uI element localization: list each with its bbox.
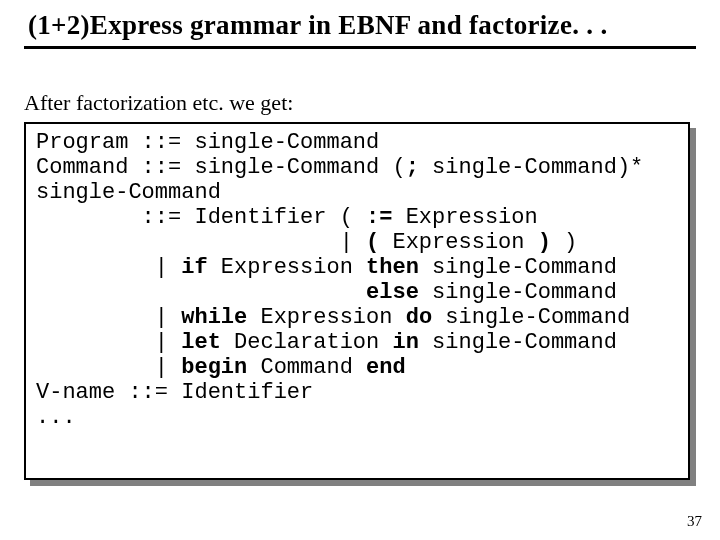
code-text: single-Command <box>419 280 617 305</box>
code-keyword: while <box>168 305 260 330</box>
code-text: ) <box>551 230 577 255</box>
code-box-frame: Program ::= single-Command Command ::= s… <box>24 122 690 480</box>
code-line: Command ::= single-Command (; single-Com… <box>36 155 643 180</box>
code-text: single-Command <box>432 305 630 330</box>
grammar-code: Program ::= single-Command Command ::= s… <box>36 130 678 430</box>
code-line: | while Expression do single-Command <box>36 305 630 330</box>
code-terminal: ) <box>538 230 551 255</box>
code-text <box>36 280 366 305</box>
code-text: | <box>36 330 168 355</box>
code-keyword: else <box>366 280 419 305</box>
code-text: Declaration <box>234 330 392 355</box>
code-box: Program ::= single-Command Command ::= s… <box>24 122 696 480</box>
title-underline <box>24 46 696 49</box>
code-keyword: do <box>406 305 432 330</box>
code-text: Expression <box>221 255 366 280</box>
code-text: Command <box>260 355 366 380</box>
code-keyword: let <box>168 330 234 355</box>
intro-text: After factorization etc. we get: <box>24 90 293 116</box>
code-terminal: ( <box>366 230 379 255</box>
code-line: single-Command <box>36 180 221 205</box>
code-keyword: if <box>168 255 221 280</box>
code-keyword: begin <box>168 355 260 380</box>
code-line: | ( Expression ) ) <box>36 230 577 255</box>
code-text: Expression <box>392 205 537 230</box>
code-text: Expression <box>260 305 405 330</box>
code-text: | <box>36 255 168 280</box>
code-line: ::= Identifier ( := Expression <box>36 205 538 230</box>
code-line: V-name ::= Identifier <box>36 380 313 405</box>
code-text: single-Command <box>419 330 617 355</box>
slide-title: (1+2)Express grammar in EBNF and factori… <box>28 10 607 41</box>
code-line: ... <box>36 405 76 430</box>
code-text: Expression <box>379 230 537 255</box>
code-keyword: end <box>366 355 406 380</box>
code-line: | let Declaration in single-Command <box>36 330 617 355</box>
code-text: single-Command <box>419 255 617 280</box>
code-keyword: then <box>366 255 419 280</box>
code-terminal: ; <box>406 155 419 180</box>
code-keyword: in <box>392 330 418 355</box>
code-text: | <box>36 305 168 330</box>
code-terminal: := <box>366 205 392 230</box>
page-number: 37 <box>687 513 702 530</box>
code-text: ::= Identifier ( <box>36 205 366 230</box>
code-line: | begin Command end <box>36 355 406 380</box>
code-line: | if Expression then single-Command <box>36 255 617 280</box>
code-line: Program ::= single-Command <box>36 130 379 155</box>
code-text: Command ::= single-Command ( <box>36 155 406 180</box>
code-text: | <box>36 230 366 255</box>
code-text: | <box>36 355 168 380</box>
slide: (1+2)Express grammar in EBNF and factori… <box>0 0 720 540</box>
code-text: single-Command)* <box>419 155 643 180</box>
code-line: else single-Command <box>36 280 617 305</box>
